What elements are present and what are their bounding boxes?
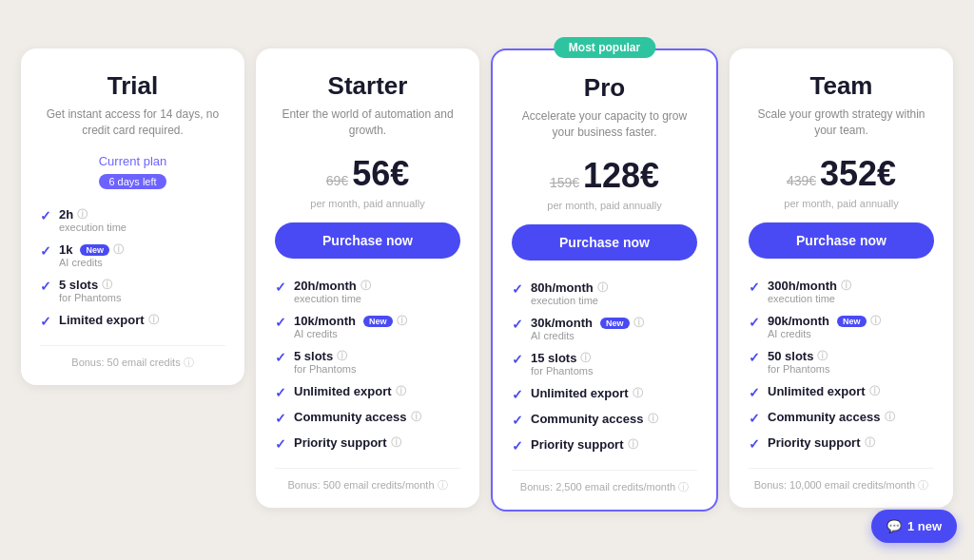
- check-icon: ✓: [40, 243, 51, 259]
- feature-main: Community access ⓘ: [531, 412, 658, 426]
- feature-main: 5 slots ⓘ: [59, 278, 121, 292]
- info-icon[interactable]: ⓘ: [633, 316, 644, 330]
- feature-item: ✓ Priority support ⓘ: [749, 431, 934, 456]
- info-icon[interactable]: ⓘ: [360, 279, 371, 293]
- info-icon[interactable]: ⓘ: [337, 349, 347, 363]
- feature-text-group: 90k/month New ⓘ AI credits: [768, 314, 881, 339]
- info-icon[interactable]: ⓘ: [648, 412, 658, 426]
- info-icon[interactable]: ⓘ: [397, 314, 407, 328]
- info-icon[interactable]: ⓘ: [597, 280, 608, 295]
- feature-item: ✓ Priority support ⓘ: [512, 433, 697, 458]
- feature-text-group: 300h/month ⓘ execution time: [768, 279, 851, 304]
- info-icon[interactable]: ⓘ: [391, 435, 401, 450]
- bonus-info-icon[interactable]: ⓘ: [678, 481, 689, 492]
- feature-main: Priority support ⓘ: [294, 435, 401, 450]
- plan-card-team: TeamScale your growth strategy within yo…: [730, 48, 953, 508]
- feature-text-group: Community access ⓘ: [294, 410, 421, 424]
- info-icon[interactable]: ⓘ: [633, 386, 643, 400]
- feature-item: ✓ 80h/month ⓘ execution time: [512, 276, 697, 311]
- feature-item: ✓ 30k/month New ⓘ AI credits: [512, 311, 697, 346]
- feature-main: 5 slots ⓘ: [294, 349, 356, 363]
- feature-item: ✓ Community access ⓘ: [749, 405, 934, 431]
- pricing-container: TrialGet instant access for 14 days, no …: [21, 48, 953, 512]
- bonus-line-pro: Bonus: 2,500 email credits/month ⓘ: [512, 470, 697, 494]
- purchase-btn-starter[interactable]: Purchase now: [275, 222, 460, 259]
- feature-item: ✓ 50 slots ⓘ for Phantoms: [749, 344, 934, 379]
- info-icon[interactable]: ⓘ: [817, 349, 828, 363]
- chat-bubble[interactable]: 💬 1 new: [871, 510, 957, 543]
- feature-text-group: Community access ⓘ: [531, 412, 658, 426]
- info-icon[interactable]: ⓘ: [580, 351, 591, 365]
- feature-sub: execution time: [531, 295, 608, 306]
- check-icon: ✓: [749, 411, 760, 426]
- feature-main: 300h/month ⓘ: [768, 279, 851, 293]
- bonus-info-icon[interactable]: ⓘ: [184, 357, 194, 368]
- check-icon: ✓: [512, 352, 523, 367]
- feature-item: ✓ 1k New ⓘ AI credits: [40, 238, 225, 273]
- feature-text-group: Unlimited export ⓘ: [294, 384, 406, 398]
- feature-sub: for Phantoms: [768, 363, 829, 375]
- feature-text-group: Limited export ⓘ: [59, 313, 159, 327]
- info-icon[interactable]: ⓘ: [102, 278, 112, 292]
- info-icon[interactable]: ⓘ: [628, 437, 638, 452]
- feature-text-group: 5 slots ⓘ for Phantoms: [59, 278, 121, 303]
- feature-main: 2h ⓘ: [59, 207, 127, 222]
- feature-main: Unlimited export ⓘ: [768, 384, 880, 398]
- info-icon[interactable]: ⓘ: [77, 207, 88, 222]
- feature-text-group: Unlimited export ⓘ: [531, 386, 643, 400]
- check-icon: ✓: [40, 208, 51, 223]
- feature-main: Community access ⓘ: [294, 410, 421, 424]
- purchase-btn-team[interactable]: Purchase now: [749, 222, 934, 259]
- info-icon[interactable]: ⓘ: [870, 314, 881, 328]
- plan-card-trial: TrialGet instant access for 14 days, no …: [21, 48, 244, 385]
- purchase-btn-pro[interactable]: Purchase now: [512, 224, 697, 261]
- plan-card-pro: Most popularProAccelerate your capacity …: [491, 48, 718, 512]
- check-icon: ✓: [275, 350, 286, 365]
- price-area-pro: 159€128€: [512, 156, 697, 196]
- bonus-info-icon[interactable]: ⓘ: [918, 479, 928, 491]
- check-icon: ✓: [40, 279, 51, 294]
- plan-name-team: Team: [749, 71, 934, 101]
- feature-sub: AI credits: [59, 257, 124, 268]
- plan-desc-trial: Get instant access for 14 days, no credi…: [40, 106, 225, 141]
- new-badge: New: [837, 316, 867, 327]
- features-list-pro: ✓ 80h/month ⓘ execution time ✓ 30k/month…: [512, 276, 697, 458]
- info-icon[interactable]: ⓘ: [396, 384, 406, 398]
- feature-item: ✓ 300h/month ⓘ execution time: [749, 274, 934, 309]
- feature-main: Unlimited export ⓘ: [294, 384, 406, 398]
- price-period-pro: per month, paid annually: [512, 200, 697, 211]
- bonus-line-team: Bonus: 10,000 email credits/month ⓘ: [749, 468, 934, 492]
- price-current-pro: 128€: [583, 156, 659, 195]
- plan-desc-starter: Enter the world of automation and growth…: [275, 106, 460, 141]
- info-icon[interactable]: ⓘ: [865, 435, 875, 450]
- feature-item: ✓ Community access ⓘ: [512, 407, 697, 433]
- info-icon[interactable]: ⓘ: [411, 410, 421, 424]
- info-icon[interactable]: ⓘ: [885, 410, 895, 424]
- info-icon[interactable]: ⓘ: [113, 242, 124, 257]
- check-icon: ✓: [275, 411, 286, 426]
- check-icon: ✓: [749, 315, 760, 330]
- feature-item: ✓ 20h/month ⓘ execution time: [275, 274, 460, 309]
- bonus-info-icon[interactable]: ⓘ: [438, 479, 448, 491]
- info-icon[interactable]: ⓘ: [148, 313, 159, 327]
- feature-sub: for Phantoms: [531, 365, 593, 377]
- feature-item: ✓ Unlimited export ⓘ: [749, 379, 934, 405]
- plan-name-starter: Starter: [275, 71, 460, 101]
- info-icon[interactable]: ⓘ: [869, 384, 880, 398]
- info-icon[interactable]: ⓘ: [841, 279, 851, 293]
- check-icon: ✓: [512, 281, 523, 297]
- feature-main: 20h/month ⓘ: [294, 279, 371, 293]
- feature-main: 10k/month New ⓘ: [294, 314, 407, 328]
- price-current-team: 352€: [820, 154, 896, 193]
- feature-sub: execution time: [59, 222, 127, 233]
- feature-item: ✓ 2h ⓘ execution time: [40, 203, 225, 238]
- feature-item: ✓ Priority support ⓘ: [275, 431, 460, 456]
- feature-text-group: 80h/month ⓘ execution time: [531, 280, 608, 306]
- plan-name-trial: Trial: [40, 71, 225, 101]
- feature-item: ✓ 5 slots ⓘ for Phantoms: [40, 273, 225, 308]
- feature-main: Priority support ⓘ: [768, 435, 875, 450]
- feature-main: Unlimited export ⓘ: [531, 386, 643, 400]
- feature-text-group: Unlimited export ⓘ: [768, 384, 880, 398]
- plan-desc-team: Scale your growth strategy within your t…: [749, 106, 934, 141]
- chat-icon: 💬: [886, 519, 902, 533]
